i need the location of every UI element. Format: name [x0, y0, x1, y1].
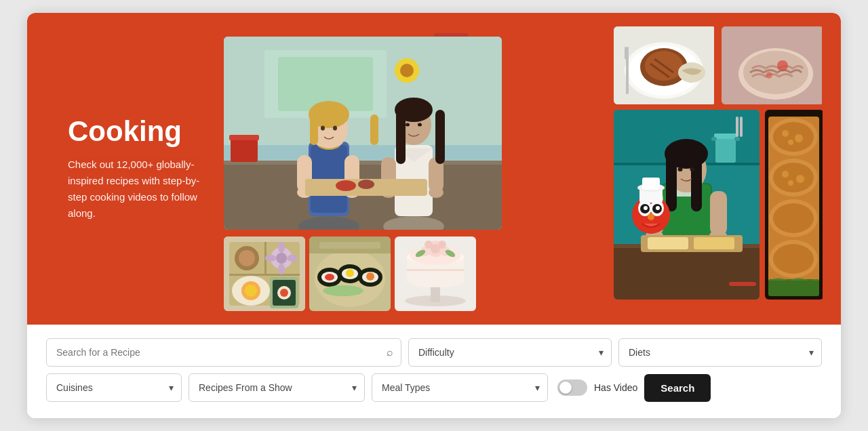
svg-point-101: [777, 60, 788, 71]
svg-rect-77: [407, 269, 464, 271]
svg-point-84: [438, 241, 446, 249]
svg-rect-129: [694, 237, 734, 249]
meal-types-dropdown-wrapper: Meal Types ▾: [372, 373, 548, 402]
svg-point-28: [429, 187, 443, 198]
svg-rect-140: [642, 178, 660, 190]
hero-right-photos: [614, 26, 824, 300]
search-row-2: Cuisines ▾ Recipes From a Show ▾ Meal Ty…: [46, 373, 822, 402]
recipes-from-show-dropdown-wrapper: Recipes From a Show ▾: [189, 373, 365, 402]
diets-dropdown[interactable]: Diets: [618, 338, 822, 367]
search-section: ⌕ Difficulty ▾ Diets ▾ Cuisines: [27, 325, 841, 418]
svg-point-148: [773, 203, 814, 233]
svg-rect-32: [435, 110, 445, 164]
svg-point-22: [333, 126, 337, 131]
has-video-label: Has Video: [594, 382, 637, 393]
sub-photo-2: [309, 237, 391, 311]
svg-point-102: [766, 72, 772, 79]
search-input[interactable]: [46, 338, 401, 367]
cuisines-dropdown-wrapper: Cuisines ▾: [46, 373, 182, 402]
svg-point-153: [788, 140, 793, 145]
svg-point-124: [690, 167, 695, 171]
svg-point-56: [280, 289, 288, 297]
svg-rect-116: [710, 191, 727, 235]
svg-point-137: [648, 213, 654, 220]
svg-point-152: [795, 134, 803, 142]
svg-point-5: [400, 64, 414, 77]
svg-rect-19: [310, 115, 318, 145]
food-photo-2: [722, 26, 824, 104]
svg-rect-95: [627, 47, 629, 59]
svg-point-154: [782, 171, 789, 178]
svg-point-49: [287, 255, 298, 262]
svg-point-61: [325, 274, 334, 281]
svg-point-144: [773, 122, 814, 152]
svg-point-83: [425, 241, 433, 249]
svg-rect-31: [396, 110, 406, 164]
svg-point-46: [278, 242, 285, 253]
cuisines-dropdown[interactable]: Cuisines: [46, 373, 182, 402]
svg-rect-8: [231, 138, 258, 162]
svg-rect-70: [319, 242, 380, 249]
svg-rect-7: [224, 161, 502, 165]
svg-rect-94: [625, 47, 626, 59]
svg-point-136: [656, 206, 660, 210]
svg-rect-125: [614, 245, 760, 300]
hero-section: Cooking Check out 12,000+ globally-inspi…: [27, 13, 841, 325]
svg-point-48: [265, 255, 276, 262]
search-button[interactable]: Search: [644, 374, 711, 402]
decorative-dash-bottom: [729, 282, 756, 286]
svg-rect-9: [229, 135, 259, 140]
has-video-toggle-wrapper: Has Video: [557, 379, 637, 396]
recipes-from-show-dropdown[interactable]: Recipes From a Show: [189, 373, 365, 402]
diets-dropdown-wrapper: Diets ▾: [618, 338, 822, 367]
search-icon: ⌕: [387, 346, 393, 358]
food-photo-1: [614, 26, 716, 104]
svg-rect-109: [734, 137, 740, 141]
difficulty-dropdown-wrapper: Difficulty ▾: [408, 338, 612, 367]
svg-point-151: [782, 130, 789, 137]
svg-rect-106: [715, 137, 736, 163]
svg-point-36: [336, 180, 356, 191]
hero-sub-photos: [224, 237, 476, 311]
search-input-wrapper: ⌕: [46, 338, 401, 367]
svg-rect-108: [711, 137, 717, 141]
difficulty-dropdown[interactable]: Difficulty: [408, 338, 612, 367]
svg-rect-111: [740, 117, 743, 137]
cooking-show-photo: [614, 110, 760, 300]
svg-point-155: [796, 175, 804, 183]
svg-point-68: [323, 285, 363, 296]
svg-rect-157: [768, 279, 819, 296]
svg-point-47: [278, 264, 285, 274]
svg-point-135: [644, 206, 648, 210]
fried-food-photo: [765, 110, 824, 300]
svg-point-146: [773, 163, 814, 192]
svg-rect-121: [666, 154, 677, 211]
page-wrapper: Cooking Check out 12,000+ globally-inspi…: [27, 13, 841, 418]
svg-point-64: [346, 269, 354, 277]
svg-point-150: [773, 244, 814, 274]
search-row-1: ⌕ Difficulty ▾ Diets ▾: [46, 338, 822, 367]
svg-rect-107: [714, 134, 737, 139]
svg-point-21: [321, 126, 325, 131]
hero-description: Check out 12,000+ globally-inspired reci…: [68, 157, 203, 222]
hero-main-photo: [224, 37, 502, 230]
svg-point-123: [678, 167, 683, 171]
kitchen-illustration: [224, 37, 502, 230]
hero-title: Cooking: [68, 116, 203, 147]
svg-point-43: [239, 250, 255, 266]
sub-photo-1: [224, 237, 305, 311]
svg-rect-128: [648, 237, 688, 249]
svg-rect-20: [370, 115, 378, 145]
hero-content: Cooking Check out 12,000+ globally-inspi…: [68, 116, 203, 222]
has-video-toggle[interactable]: [557, 379, 587, 396]
toggle-thumb: [559, 382, 572, 394]
svg-rect-122: [691, 154, 702, 211]
svg-rect-40: [229, 274, 300, 276]
svg-point-52: [245, 285, 257, 297]
svg-point-34: [418, 123, 422, 127]
meal-types-dropdown[interactable]: Meal Types: [372, 373, 548, 402]
svg-rect-110: [736, 117, 738, 137]
svg-point-156: [788, 180, 793, 186]
svg-point-67: [366, 272, 374, 281]
svg-point-37: [358, 180, 374, 189]
